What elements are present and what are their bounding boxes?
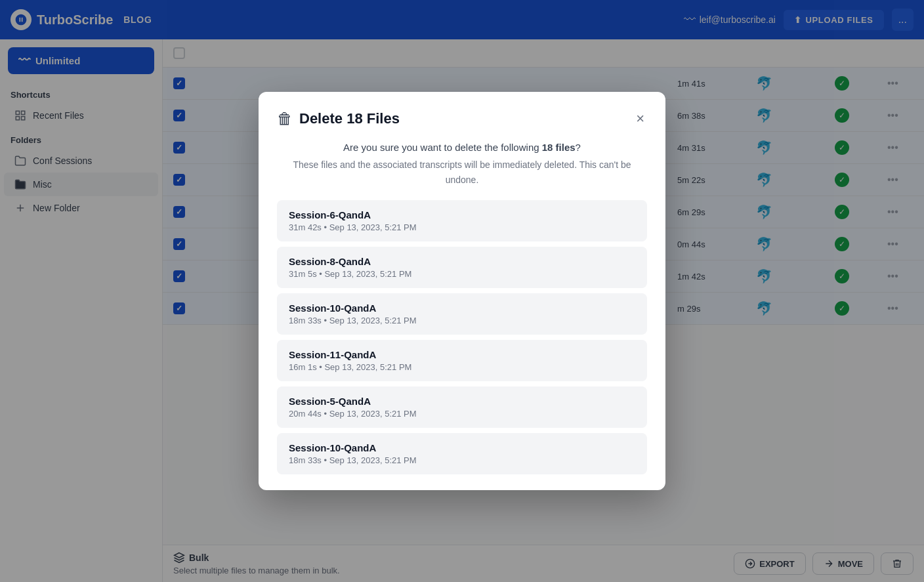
file-list-item: Session-8-QandA 31m 5s • Sep 13, 2023, 5…: [277, 247, 647, 288]
modal-desc-count: 18 files: [542, 142, 576, 153]
file-name: Session-10-QandA: [289, 302, 635, 314]
modal-scroll-hint: [277, 474, 647, 480]
modal-body: Are you sure you want to delete the foll…: [259, 140, 665, 490]
file-list: Session-6-QandA 31m 42s • Sep 13, 2023, …: [277, 200, 647, 474]
delete-modal: 🗑 Delete 18 Files × Are you sure you wan…: [259, 92, 665, 490]
file-name: Session-6-QandA: [289, 209, 635, 220]
modal-overlay[interactable]: 🗑 Delete 18 Files × Are you sure you wan…: [0, 0, 924, 582]
file-name: Session-8-QandA: [289, 256, 635, 267]
modal-header: 🗑 Delete 18 Files ×: [259, 92, 665, 140]
modal-trash-icon: 🗑: [277, 110, 293, 128]
file-list-item: Session-5-QandA 20m 44s • Sep 13, 2023, …: [277, 386, 647, 428]
file-meta: 18m 33s • Sep 13, 2023, 5:21 PM: [289, 316, 635, 325]
modal-desc-before: Are you sure you want to delete the foll…: [343, 142, 542, 153]
file-list-item: Session-10-QandA 18m 33s • Sep 13, 2023,…: [277, 293, 647, 335]
file-meta: 31m 5s • Sep 13, 2023, 5:21 PM: [289, 269, 635, 279]
file-meta: 31m 42s • Sep 13, 2023, 5:21 PM: [289, 222, 635, 232]
modal-title: Delete 18 Files: [299, 110, 400, 127]
modal-title-area: 🗑 Delete 18 Files: [277, 110, 400, 128]
file-meta: 16m 1s • Sep 13, 2023, 5:21 PM: [289, 362, 635, 372]
file-list-item: Session-11-QandA 16m 1s • Sep 13, 2023, …: [277, 340, 647, 381]
modal-close-button[interactable]: ×: [633, 108, 647, 130]
file-list-item: Session-6-QandA 31m 42s • Sep 13, 2023, …: [277, 200, 647, 241]
file-name: Session-11-QandA: [289, 349, 635, 360]
modal-warning: These files and the associated transcrip…: [277, 157, 647, 187]
modal-desc-after: ?: [576, 142, 581, 153]
file-list-item: Session-10-QandA 18m 33s • Sep 13, 2023,…: [277, 433, 647, 474]
modal-description: Are you sure you want to delete the foll…: [277, 140, 647, 156]
file-name: Session-5-QandA: [289, 396, 635, 407]
file-meta: 20m 44s • Sep 13, 2023, 5:21 PM: [289, 409, 635, 419]
file-meta: 18m 33s • Sep 13, 2023, 5:21 PM: [289, 455, 635, 465]
file-name: Session-10-QandA: [289, 442, 635, 453]
